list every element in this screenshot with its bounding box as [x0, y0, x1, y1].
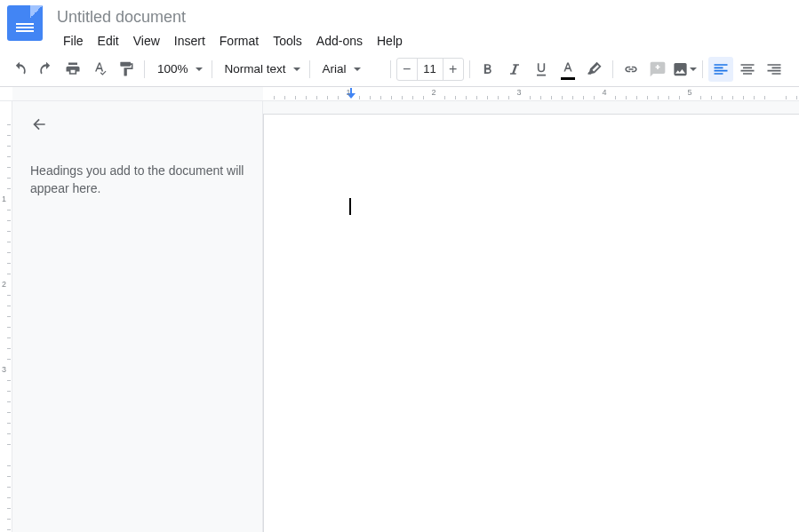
- align-left-button[interactable]: [708, 57, 733, 82]
- font-size-increase-button[interactable]: +: [443, 59, 463, 80]
- font-size-decrease-button[interactable]: −: [397, 59, 417, 80]
- document-title[interactable]: Untitled document: [57, 5, 409, 28]
- outline-collapse-button[interactable]: [30, 115, 52, 137]
- menu-addons[interactable]: Add-ons: [310, 30, 369, 52]
- caret-down-icon: [293, 67, 300, 71]
- ruler-number: 3: [2, 365, 6, 374]
- outline-panel: Headings you add to the document will ap…: [12, 101, 263, 532]
- print-button[interactable]: [60, 57, 85, 82]
- ruler-number: 4: [602, 88, 606, 97]
- paragraph-style-dropdown[interactable]: Normal text: [218, 57, 304, 82]
- caret-down-icon: [690, 67, 697, 71]
- title-area: Untitled document FileEditViewInsertForm…: [57, 5, 409, 52]
- horizontal-ruler[interactable]: 12345: [0, 87, 799, 101]
- separator: [702, 60, 703, 78]
- text-color-button[interactable]: [555, 57, 580, 82]
- spellcheck-button[interactable]: [87, 57, 112, 82]
- separator: [212, 60, 212, 78]
- docs-logo-icon[interactable]: [7, 5, 43, 41]
- ruler-number: 3: [516, 88, 521, 97]
- menu-help[interactable]: Help: [371, 30, 409, 52]
- align-center-button[interactable]: [735, 57, 760, 82]
- menu-tools[interactable]: Tools: [267, 30, 308, 52]
- undo-button[interactable]: [7, 57, 32, 82]
- ruler-number: 1: [346, 88, 350, 97]
- zoom-dropdown[interactable]: 100%: [150, 57, 206, 82]
- highlight-color-button[interactable]: [582, 57, 607, 82]
- ruler-number: 5: [687, 88, 691, 97]
- separator: [390, 60, 391, 78]
- separator: [469, 60, 470, 78]
- menubar: FileEditViewInsertFormatToolsAdd-onsHelp: [57, 30, 409, 52]
- document-page[interactable]: [263, 114, 799, 532]
- font-family-dropdown[interactable]: Arial: [316, 57, 385, 82]
- caret-down-icon: [354, 67, 361, 71]
- header: Untitled document FileEditViewInsertForm…: [0, 0, 799, 52]
- ruler-number: 2: [431, 88, 435, 97]
- menu-edit[interactable]: Edit: [92, 30, 125, 52]
- paint-format-button[interactable]: [114, 57, 139, 82]
- toolbar: 100% Normal text Arial − 11 +: [0, 52, 799, 87]
- menu-file[interactable]: File: [57, 30, 90, 52]
- menu-format[interactable]: Format: [213, 30, 265, 52]
- redo-button[interactable]: [34, 57, 59, 82]
- insert-link-button[interactable]: [619, 57, 643, 82]
- vertical-ruler[interactable]: 123: [0, 101, 12, 532]
- ruler-number: 2: [2, 280, 6, 289]
- ruler-number: 1: [2, 195, 6, 203]
- insert-image-button[interactable]: [672, 57, 697, 82]
- italic-button[interactable]: [502, 57, 527, 82]
- add-comment-button: [645, 57, 670, 82]
- font-size-stepper: − 11 +: [396, 58, 464, 81]
- underline-button[interactable]: [529, 57, 554, 82]
- bold-button[interactable]: [475, 57, 500, 82]
- separator: [612, 60, 613, 78]
- outline-empty-text: Headings you add to the document will ap…: [30, 162, 244, 198]
- menu-insert[interactable]: Insert: [168, 30, 212, 52]
- text-cursor: [349, 198, 351, 215]
- menu-view[interactable]: View: [127, 30, 166, 52]
- caret-down-icon: [196, 67, 203, 71]
- separator: [144, 60, 145, 78]
- align-right-button[interactable]: [762, 57, 787, 82]
- separator: [309, 60, 310, 78]
- font-size-input[interactable]: 11: [417, 59, 443, 80]
- workspace: 123 Headings you add to the document wil…: [0, 101, 799, 532]
